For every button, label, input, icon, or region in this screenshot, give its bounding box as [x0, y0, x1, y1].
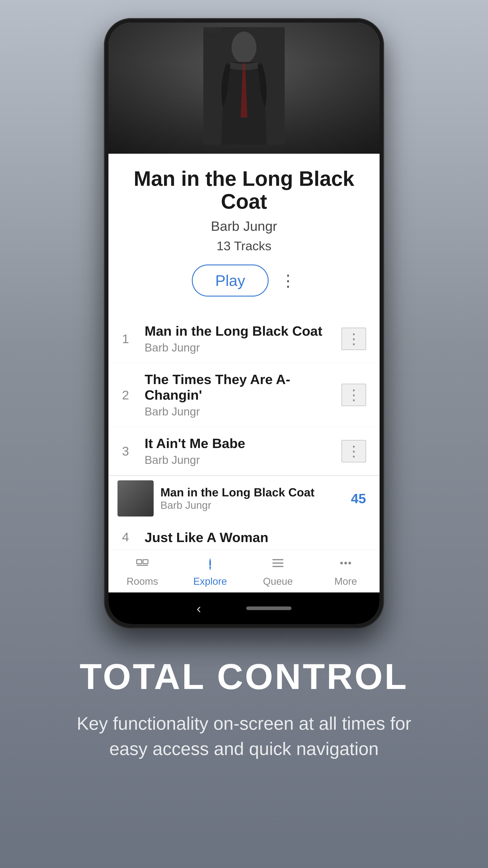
nav-label-queue: Queue — [263, 576, 293, 587]
track-artist: Barb Jungr — [144, 405, 341, 418]
queue-icon — [271, 556, 285, 573]
track-number: 1 — [122, 331, 140, 346]
track-item: 3 It Ain't Me Babe Barb Jungr ⋮ — [108, 427, 380, 475]
track-list: 1 Man in the Long Black Coat Barb Jungr … — [108, 315, 380, 550]
svg-point-13 — [340, 562, 343, 564]
track-item: 2 The Times They Are A-Changin' Barb Jun… — [108, 363, 380, 427]
track-artist: Barb Jungr — [144, 454, 341, 467]
track-title: Just Like A Woman — [144, 530, 366, 545]
track-more-button[interactable]: ⋮ — [341, 328, 366, 350]
now-playing-title: Man in the Long Black Coat — [160, 486, 344, 499]
album-more-button[interactable]: ⋮ — [280, 272, 296, 289]
track-3-area: 3 It Ain't Me Babe Barb Jungr ⋮ Man in t… — [108, 427, 380, 550]
promo-section: TOTAL CONTROL Key functionality on-scree… — [41, 656, 447, 762]
track-info: Just Like A Woman — [140, 530, 366, 548]
track-info: Man in the Long Black Coat Barb Jungr — [140, 323, 341, 354]
track-title: Man in the Long Black Coat — [144, 323, 341, 339]
nav-label-more: More — [334, 576, 357, 587]
nav-item-explore[interactable]: Explore — [176, 550, 244, 592]
track-item: 1 Man in the Long Black Coat Barb Jungr … — [108, 315, 380, 363]
play-button[interactable]: Play — [192, 265, 269, 297]
promo-headline: TOTAL CONTROL — [63, 656, 425, 698]
album-art-illustration — [203, 27, 285, 145]
track-title: The Times They Are A-Changin' — [144, 372, 341, 403]
track-info: The Times They Are A-Changin' Barb Jungr — [140, 372, 341, 418]
now-playing-time: 45 — [351, 491, 370, 506]
promo-subheadline: Key functionality on-screen at all times… — [63, 711, 425, 762]
now-playing-artist: Barb Jungr — [160, 499, 344, 511]
now-playing-thumbnail — [118, 480, 154, 517]
rooms-icon — [135, 556, 149, 573]
svg-rect-3 — [223, 27, 240, 32]
album-controls: Play ⋮ — [127, 265, 361, 297]
nav-label-rooms: Rooms — [127, 576, 158, 587]
svg-rect-4 — [203, 33, 217, 37]
album-artist: Barb Jungr — [127, 218, 361, 234]
track-artist: Barb Jungr — [144, 341, 341, 354]
svg-rect-6 — [143, 560, 148, 564]
more-icon — [339, 556, 352, 573]
back-button[interactable]: ‹ — [197, 600, 201, 616]
thumbnail-image — [118, 480, 154, 517]
track-more-button[interactable]: ⋮ — [341, 440, 366, 462]
now-playing-info: Man in the Long Black Coat Barb Jungr — [160, 486, 344, 511]
explore-icon — [203, 556, 217, 573]
track-number: 3 — [122, 444, 140, 458]
svg-point-1 — [232, 32, 256, 63]
bottom-navigation: Rooms Explore — [108, 550, 380, 592]
album-track-count: 13 Tracks — [127, 239, 361, 253]
svg-point-9 — [209, 567, 211, 568]
track-number: 4 — [122, 530, 140, 544]
system-navigation-bar: ‹ — [108, 592, 380, 624]
svg-point-15 — [348, 562, 351, 564]
phone-screen: Man in the Long Black Coat Barb Jungr 13… — [108, 23, 380, 624]
nav-item-queue[interactable]: Queue — [244, 550, 312, 592]
album-title: Man in the Long Black Coat — [127, 167, 361, 213]
svg-rect-5 — [137, 560, 142, 564]
album-art-figure — [108, 23, 380, 154]
now-playing-bar[interactable]: Man in the Long Black Coat Barb Jungr 45 — [108, 475, 380, 521]
track-item-partial: 4 Just Like A Woman — [108, 521, 380, 550]
phone-device: Man in the Long Black Coat Barb Jungr 13… — [104, 18, 384, 629]
svg-point-14 — [344, 562, 347, 564]
svg-rect-2 — [203, 27, 221, 32]
nav-label-explore: Explore — [193, 576, 227, 587]
track-more-button[interactable]: ⋮ — [341, 384, 366, 406]
nav-item-rooms[interactable]: Rooms — [108, 550, 176, 592]
home-pill[interactable] — [246, 607, 291, 610]
track-title: It Ain't Me Babe — [144, 436, 341, 451]
track-number: 2 — [122, 388, 140, 402]
nav-item-more[interactable]: More — [312, 550, 380, 592]
album-art-area — [108, 23, 380, 154]
track-info: It Ain't Me Babe Barb Jungr — [140, 436, 341, 467]
album-info: Man in the Long Black Coat Barb Jungr 13… — [108, 154, 380, 315]
